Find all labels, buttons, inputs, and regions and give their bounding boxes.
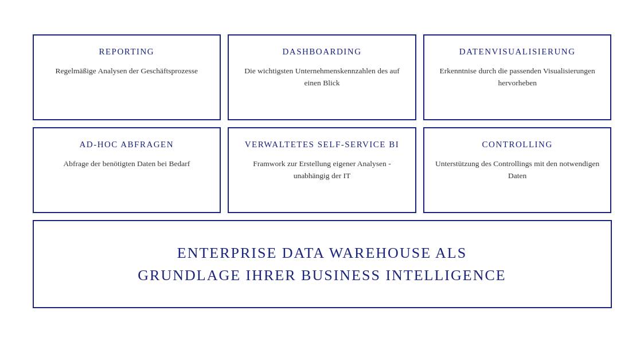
card-dashboarding-body: Die wichtigsten Unternehmenskennzahlen d… [238,65,406,89]
card-controlling-title: CONTROLLING [482,140,553,150]
banner-title: ENTERPRISE DATA WAREHOUSE ALS GRUNDLAGE … [48,242,597,286]
card-adhoc: AD-HOC ABFRAGEN Abfrage der benötigten D… [33,127,221,213]
card-selfservice-title: VERWALTETES SELF-SERVICE BI [245,140,400,150]
card-controlling-body: Unterstützung des Controllings mit den n… [434,158,602,182]
card-adhoc-body: Abfrage der benötigten Daten bei Bedarf [63,158,190,170]
card-reporting-title: REPORTING [99,47,154,57]
main-container: REPORTING Regelmäßige Analysen der Gesch… [21,23,623,320]
cards-grid: REPORTING Regelmäßige Analysen der Gesch… [33,34,612,213]
banner-line1: ENTERPRISE DATA WAREHOUSE ALS [177,245,467,261]
card-datenvisualisierung: DATENVISUALISIERUNG Erkenntnise durch di… [423,34,612,120]
card-selfservice-body: Framwork zur Erstellung eigener Analysen… [238,158,406,182]
card-reporting-body: Regelmäßige Analysen der Geschäftsprozes… [56,65,198,77]
bottom-banner: ENTERPRISE DATA WAREHOUSE ALS GRUNDLAGE … [33,220,612,308]
card-adhoc-title: AD-HOC ABFRAGEN [80,140,174,150]
banner-line2: GRUNDLAGE IHRER BUSINESS INTELLIGENCE [138,267,506,284]
card-selfservice: VERWALTETES SELF-SERVICE BI Framwork zur… [228,127,416,213]
card-datenvisualisierung-body: Erkenntnise durch die passenden Visualis… [434,65,602,89]
card-controlling: CONTROLLING Unterstützung des Controllin… [423,127,612,213]
card-reporting: REPORTING Regelmäßige Analysen der Gesch… [33,34,221,120]
card-dashboarding-title: DASHBOARDING [282,47,361,57]
card-datenvisualisierung-title: DATENVISUALISIERUNG [459,47,576,57]
card-dashboarding: DASHBOARDING Die wichtigsten Unternehmen… [228,34,416,120]
